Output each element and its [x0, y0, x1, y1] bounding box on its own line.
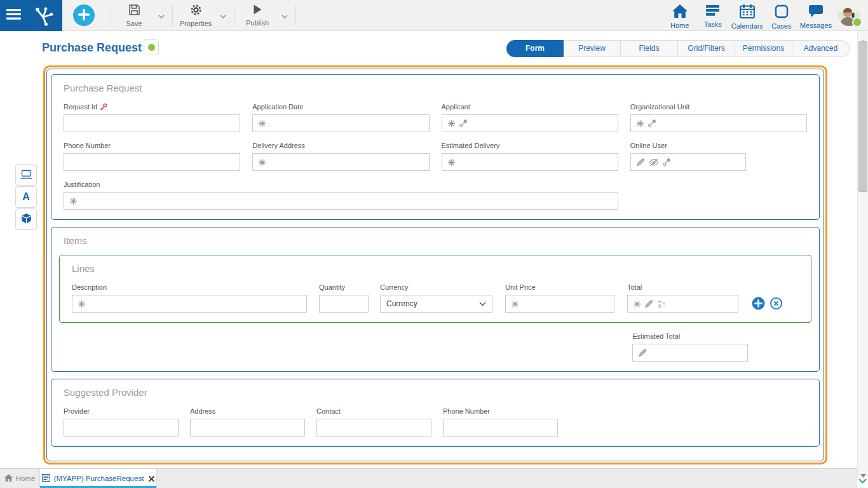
phone-number-input[interactable] [64, 153, 240, 171]
lines-table[interactable]: LinesDescriptionQuantityCurrencyCurrency… [59, 255, 811, 323]
bizagi-logo[interactable] [27, 4, 62, 27]
organizational-unit-input[interactable] [630, 114, 807, 132]
no-edit-icon [636, 158, 646, 166]
nav-home[interactable]: Home [663, 1, 696, 30]
field-label: Application Date [252, 102, 429, 111]
chevron-down-icon [281, 11, 288, 20]
form-canvas[interactable]: Purchase RequestRequest IdApplication Da… [46, 69, 824, 461]
editor-tabs: Form Preview Fields Grid/Filters Permiss… [506, 40, 850, 57]
add-row-button[interactable] [752, 297, 765, 310]
nav-tasks[interactable]: Tasks [696, 1, 729, 30]
required-icon [636, 119, 644, 128]
online-user-input[interactable] [630, 153, 746, 171]
form-status-button[interactable] [144, 39, 159, 55]
close-icon[interactable] [149, 476, 154, 482]
phone-number-input[interactable] [443, 419, 558, 437]
estimated-delivery-input[interactable] [442, 153, 618, 171]
applicant-input[interactable] [442, 114, 618, 132]
controls-tool-button[interactable] [15, 208, 37, 230]
field-label-text: Online User [630, 142, 667, 149]
unit-price-input[interactable] [505, 295, 614, 313]
provider-input[interactable] [64, 419, 179, 437]
no-edit-icon [644, 299, 654, 308]
row-actions [752, 297, 783, 310]
scroll-down-arrow-icon[interactable] [860, 469, 866, 473]
containers-tool-button[interactable] [15, 164, 37, 186]
delivery-address-input[interactable] [252, 153, 429, 171]
estimated-total-input[interactable] [632, 344, 748, 362]
footer-tab-purchaserequest[interactable]: (MYAPP) PurchaseRequest [40, 469, 157, 488]
request-id-input[interactable] [64, 114, 240, 132]
properties-dropdown-button[interactable] [215, 0, 231, 30]
scroll-hint-icon[interactable] [858, 475, 867, 487]
field-label-text: Application Date [252, 103, 303, 111]
publish-dropdown-button[interactable] [277, 0, 292, 30]
cases-icon [775, 4, 789, 20]
scrollbar-thumb[interactable] [858, 41, 867, 192]
labels-tool-button[interactable]: A [15, 186, 37, 208]
footer-tab-label: (MYAPP) PurchaseRequest [54, 475, 144, 482]
entity-icon [662, 158, 671, 166]
required-icon [69, 197, 78, 205]
group-items[interactable]: ItemsLinesDescriptionQuantityCurrencyCur… [51, 227, 820, 372]
nav-cases[interactable]: Cases [765, 1, 798, 30]
tab-fields[interactable]: Fields [621, 40, 678, 57]
field-label-text: Currency [380, 283, 409, 291]
tab-permissions[interactable]: Permissions [735, 40, 792, 57]
toolbar-separator [295, 5, 296, 26]
footer-home-label: Home [16, 475, 36, 482]
remove-row-button[interactable] [770, 297, 783, 310]
footer-tab-home[interactable]: Home [0, 469, 40, 488]
designer-tool-rail: A [15, 164, 37, 230]
group-suggested-provider[interactable]: Suggested ProviderProviderAddressContact… [51, 379, 820, 447]
nav-cases-label: Cases [771, 22, 791, 30]
nav-messages[interactable]: Messages [798, 1, 834, 30]
tab-preview[interactable]: Preview [564, 40, 621, 57]
quantity-input[interactable] [319, 295, 369, 313]
form-icon [42, 474, 50, 483]
field-label-text: Quantity [319, 283, 345, 291]
contact-input[interactable] [316, 419, 431, 437]
page-title: Purchase Request [42, 41, 142, 55]
tab-advanced[interactable]: Advanced [792, 40, 850, 57]
nav-calendars[interactable]: Calendars [729, 1, 765, 30]
calendar-icon [740, 4, 755, 20]
properties-button[interactable]: Properties [176, 0, 215, 30]
save-button[interactable]: Save [114, 0, 154, 30]
total-input[interactable]: xa [627, 295, 738, 313]
tab-form[interactable]: Form [506, 40, 564, 57]
messages-icon [808, 4, 824, 20]
online-user-field: Online User [630, 141, 807, 171]
provider-field: Provider [64, 407, 179, 437]
field-label: Provider [64, 407, 179, 416]
group-purchase-request[interactable]: Purchase RequestRequest IdApplication Da… [51, 74, 820, 220]
field-label-text: Delivery Address [252, 142, 305, 149]
field-label-text: Address [190, 407, 215, 415]
application-date-input[interactable] [252, 114, 429, 132]
field-row: ProviderAddressContactPhone Number [64, 407, 807, 437]
justification-input[interactable] [64, 192, 618, 210]
field-label: Justification [64, 180, 618, 189]
save-dropdown-button[interactable] [154, 0, 169, 30]
delivery-address-field: Delivery Address [252, 141, 429, 171]
field-row: Request IdApplication DateApplicantOrgan… [64, 102, 807, 132]
online-status-dot [852, 17, 862, 27]
field-label: Total [627, 283, 738, 292]
vertical-scrollbar[interactable] [857, 31, 868, 477]
description-input[interactable] [72, 295, 307, 313]
field-label-text: Justification [64, 180, 100, 188]
no-edit-icon [638, 348, 648, 357]
estimated-total-row: Estimated Total [59, 332, 811, 362]
letter-a-icon: A [22, 191, 30, 203]
add-button[interactable] [73, 4, 95, 26]
user-avatar[interactable] [838, 4, 860, 26]
scroll-up-arrow-icon[interactable] [860, 35, 866, 39]
tab-grid-filters[interactable]: Grid/Filters [678, 40, 735, 57]
field-row: Phone NumberDelivery AddressEstimated De… [64, 141, 807, 171]
table-columns-row: DescriptionQuantityCurrencyCurrencyUnit … [72, 283, 799, 313]
group-title: Items [64, 235, 811, 246]
hamburger-menu-button[interactable] [0, 0, 27, 31]
address-input[interactable] [190, 419, 305, 437]
currency-select[interactable]: Currency [380, 295, 492, 313]
publish-button[interactable]: Publish [238, 0, 277, 30]
